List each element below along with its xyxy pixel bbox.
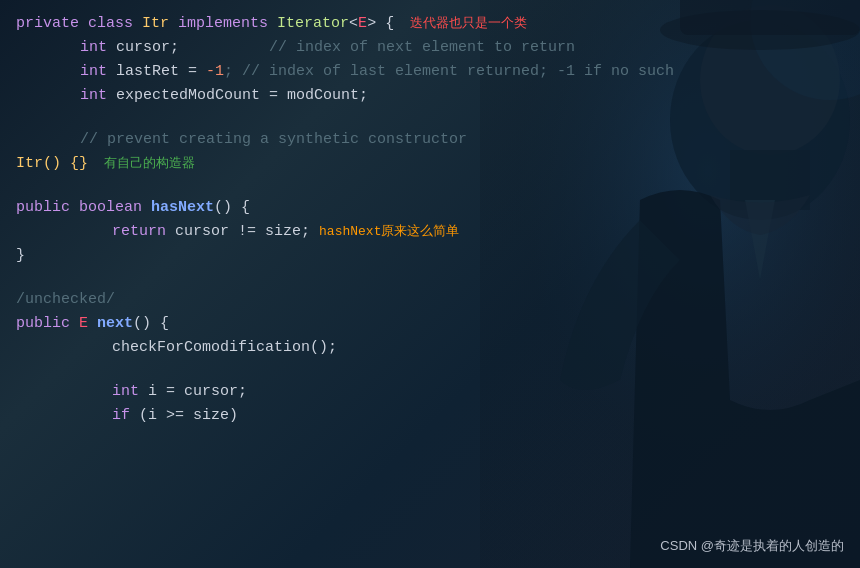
- keyword-return: return: [112, 220, 175, 243]
- class-name-itr: Itr: [142, 12, 178, 35]
- expected-mod-count: expectedModCount = modCount;: [116, 84, 368, 107]
- empty-line-4: [16, 360, 860, 380]
- code-line-7: Itr() {} 有自己的构造器: [16, 152, 860, 176]
- next-paren: () {: [133, 312, 169, 335]
- hasnext-paren: () {: [214, 196, 250, 219]
- close-brace-1: }: [16, 244, 25, 267]
- keyword-private: private: [16, 12, 88, 35]
- annotation-hasnext: hashNext原来这么简单: [319, 222, 459, 242]
- keyword-int-4: int: [112, 380, 148, 403]
- watermark: CSDN @奇迹是执着的人创造的: [660, 536, 844, 556]
- keyword-boolean: boolean: [79, 196, 151, 219]
- comment-cursor: // index of next element to return: [269, 36, 575, 59]
- code-line-11: }: [16, 244, 860, 268]
- num-minus1: -1: [206, 60, 224, 83]
- empty-line-2: [16, 176, 860, 196]
- method-hasnext: hasNext: [151, 196, 214, 219]
- type-e-return: E: [79, 312, 97, 335]
- keyword-public-1: public: [16, 196, 79, 219]
- comment-unchecked: /unchecked/: [16, 288, 115, 311]
- keyword-public-2: public: [16, 312, 79, 335]
- keyword-int-2: int: [80, 60, 116, 83]
- code-line-3: int lastRet = -1; // index of last eleme…: [16, 60, 860, 84]
- keyword-class: class: [88, 12, 142, 35]
- code-line-15: checkForComodification();: [16, 336, 860, 360]
- i-cursor-assign: i = cursor;: [148, 380, 247, 403]
- watermark-text: CSDN @奇迹是执着的人创造的: [660, 538, 844, 553]
- comment-synthetic: // prevent creating a synthetic construc…: [80, 128, 467, 151]
- keyword-int-1: int: [80, 36, 116, 59]
- angle-open: <: [349, 12, 358, 35]
- keyword-if: if: [112, 404, 139, 427]
- lastret-decl: lastRet =: [116, 60, 206, 83]
- code-line-9: public boolean hasNext() {: [16, 196, 860, 220]
- constructor-itr: Itr(): [16, 152, 70, 175]
- code-line-14: public E next() {: [16, 312, 860, 336]
- comment-lastret: ; // index of last element returned; -1 …: [224, 60, 674, 83]
- empty-line-1: [16, 108, 860, 128]
- code-line-2: int cursor; // index of next element to …: [16, 36, 860, 60]
- keyword-implements: implements: [178, 12, 277, 35]
- code-line-17: int i = cursor;: [16, 380, 860, 404]
- interface-iterator: Iterator: [277, 12, 349, 35]
- code-line-18: if (i >= size): [16, 404, 860, 428]
- keyword-int-3: int: [80, 84, 116, 107]
- empty-braces: {}: [70, 152, 88, 175]
- code-line-1: private class Itr implements Iterator<E>…: [16, 12, 860, 36]
- type-param-e: E: [358, 12, 367, 35]
- code-line-13: /unchecked/: [16, 288, 860, 312]
- method-next: next: [97, 312, 133, 335]
- annotation-class-desc: 迭代器也只是一个类: [394, 14, 527, 34]
- code-line-6: // prevent creating a synthetic construc…: [16, 128, 860, 152]
- empty-line-3: [16, 268, 860, 288]
- check-comod-call: checkForComodification();: [112, 336, 337, 359]
- code-line-10: return cursor != size; hashNext原来这么简单: [16, 220, 860, 244]
- cursor-size-compare: cursor != size;: [175, 220, 319, 243]
- if-condition: (i >= size): [139, 404, 238, 427]
- angle-close-brace: > {: [367, 12, 394, 35]
- code-container: private class Itr implements Iterator<E>…: [0, 0, 860, 568]
- code-line-4: int expectedModCount = modCount;: [16, 84, 860, 108]
- cursor-decl: cursor;: [116, 36, 269, 59]
- annotation-constructor: 有自己的构造器: [88, 154, 195, 174]
